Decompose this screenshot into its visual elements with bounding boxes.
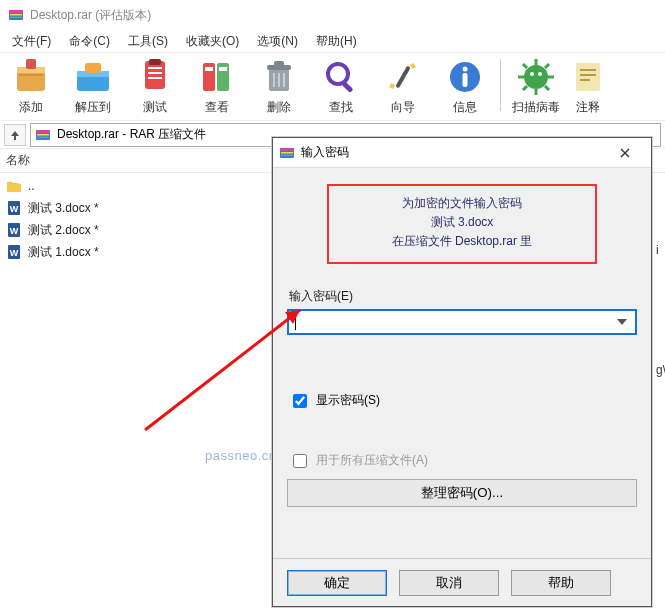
- window-title: Desktop.rar (评估版本): [30, 7, 151, 24]
- docx-icon: W: [6, 244, 22, 260]
- dialog-icon: [279, 145, 295, 161]
- organize-passwords-button[interactable]: 整理密码(O)...: [287, 479, 637, 507]
- svg-rect-12: [148, 67, 162, 69]
- show-password-check[interactable]: [293, 394, 307, 408]
- tb-add[interactable]: 添加: [0, 55, 62, 120]
- svg-rect-23: [273, 73, 275, 87]
- svg-line-39: [523, 64, 527, 68]
- app-icon: [8, 7, 24, 23]
- up-button[interactable]: [4, 124, 26, 146]
- menu-tool[interactable]: 工具(S): [120, 31, 176, 52]
- svg-point-34: [524, 65, 548, 89]
- svg-rect-10: [85, 63, 101, 73]
- svg-line-41: [545, 64, 549, 68]
- watermark: passneo.cn: [205, 448, 277, 463]
- ok-button[interactable]: 确定: [287, 570, 387, 596]
- text-cursor: [295, 314, 296, 330]
- svg-rect-25: [283, 73, 285, 87]
- svg-rect-60: [280, 148, 294, 151]
- test-icon: [135, 57, 175, 97]
- menu-cmd[interactable]: 命令(C): [61, 31, 118, 52]
- password-dialog: 输入密码 为加密的文件输入密码 测试 3.docx 在压缩文件 Desktop.…: [272, 137, 652, 607]
- view-icon: [197, 57, 237, 97]
- svg-line-42: [523, 86, 527, 90]
- svg-point-43: [530, 72, 534, 76]
- col-name: 名称: [6, 152, 30, 169]
- svg-point-26: [328, 64, 348, 84]
- docx-icon: W: [6, 222, 22, 238]
- svg-rect-33: [463, 73, 468, 87]
- dialog-body: 为加密的文件输入密码 测试 3.docx 在压缩文件 Desktop.rar 里…: [273, 168, 651, 558]
- folder-up-icon: [6, 178, 22, 194]
- docx-icon: W: [6, 200, 22, 216]
- menu-help[interactable]: 帮助(H): [308, 31, 365, 52]
- delete-icon: [259, 57, 299, 97]
- tb-find[interactable]: 查找: [310, 55, 372, 120]
- svg-rect-27: [341, 81, 353, 93]
- svg-rect-50: [36, 130, 50, 133]
- dialog-title: 输入密码: [301, 144, 349, 161]
- window-titlebar: Desktop.rar (评估版本): [0, 0, 665, 30]
- svg-rect-14: [148, 77, 162, 79]
- toolbar-separator: [500, 59, 501, 111]
- tb-extract[interactable]: 解压到: [62, 55, 124, 120]
- svg-rect-46: [580, 69, 596, 71]
- extract-icon: [73, 57, 113, 97]
- menu-file[interactable]: 文件(F): [4, 31, 59, 52]
- svg-rect-51: [37, 134, 49, 136]
- tb-comment[interactable]: 注释: [567, 55, 609, 120]
- svg-rect-45: [576, 63, 600, 91]
- svg-rect-52: [37, 136, 49, 138]
- dialog-footer: 确定 取消 帮助: [273, 558, 651, 606]
- svg-text:W: W: [10, 248, 19, 258]
- svg-rect-22: [274, 61, 284, 66]
- address-text: Desktop.rar - RAR 压缩文件: [57, 126, 206, 143]
- tb-scan[interactable]: 扫描病毒: [505, 55, 567, 120]
- svg-rect-24: [278, 73, 280, 87]
- svg-rect-18: [205, 67, 213, 71]
- up-arrow-icon: [9, 129, 21, 141]
- svg-line-40: [545, 86, 549, 90]
- svg-rect-13: [148, 72, 162, 74]
- svg-rect-15: [149, 59, 161, 65]
- svg-rect-11: [145, 61, 165, 89]
- comment-icon: [568, 57, 608, 97]
- close-icon: [619, 147, 631, 159]
- chevron-down-icon[interactable]: [617, 319, 627, 325]
- cancel-button[interactable]: 取消: [399, 570, 499, 596]
- apply-all-checkbox[interactable]: 用于所有压缩文件(A): [289, 451, 637, 471]
- svg-point-32: [463, 67, 468, 72]
- close-button[interactable]: [605, 139, 645, 167]
- svg-rect-47: [580, 74, 596, 76]
- tb-view[interactable]: 查看: [186, 55, 248, 120]
- svg-point-44: [538, 72, 542, 76]
- apply-all-check[interactable]: [293, 454, 307, 468]
- svg-rect-2: [10, 14, 22, 16]
- show-password-checkbox[interactable]: 显示密码(S): [289, 391, 637, 411]
- dialog-message: 为加密的文件输入密码 测试 3.docx 在压缩文件 Desktop.rar 里: [327, 184, 597, 264]
- wizard-icon: [383, 57, 423, 97]
- svg-text:W: W: [10, 226, 19, 236]
- svg-rect-19: [219, 67, 227, 71]
- dialog-titlebar[interactable]: 输入密码: [273, 138, 651, 168]
- info-icon: [445, 57, 485, 97]
- svg-rect-1: [9, 10, 23, 13]
- svg-marker-30: [389, 83, 395, 89]
- tb-delete[interactable]: 删除: [248, 55, 310, 120]
- svg-rect-48: [580, 79, 590, 81]
- svg-rect-6: [26, 59, 36, 69]
- menu-fav[interactable]: 收藏夹(O): [178, 31, 247, 52]
- help-button[interactable]: 帮助: [511, 570, 611, 596]
- virus-scan-icon: [516, 57, 556, 97]
- password-label: 输入密码(E): [289, 288, 637, 305]
- password-input[interactable]: [287, 309, 637, 335]
- tb-test[interactable]: 测试: [124, 55, 186, 120]
- tb-info[interactable]: 信息: [434, 55, 496, 120]
- tb-wizard[interactable]: 向导: [372, 55, 434, 120]
- archive-icon: [35, 127, 51, 143]
- menu-opt[interactable]: 选项(N): [249, 31, 306, 52]
- svg-marker-29: [410, 63, 416, 69]
- toolbar: 添加 解压到 测试 查看 删除 查找 向导 信息 扫描病毒 注释: [0, 52, 665, 121]
- svg-rect-28: [395, 66, 410, 89]
- svg-rect-61: [281, 152, 293, 154]
